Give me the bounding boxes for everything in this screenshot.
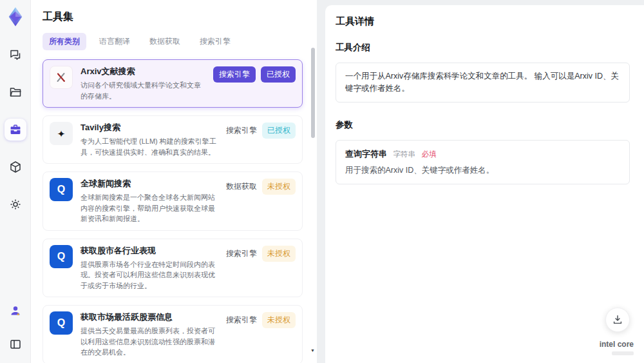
sidebar-item-toolbox[interactable] bbox=[5, 119, 26, 141]
category-tag[interactable]: 搜索引擎 bbox=[213, 66, 256, 83]
tool-card-global-news[interactable]: Q 全球新闻搜索 全球新闻搜索是一个聚合全球各大新闻网站内容的搜索引擎，帮助用户… bbox=[43, 172, 303, 231]
collapse-panel-icon[interactable] bbox=[5, 333, 26, 355]
tool-card-arxiv[interactable]: Arxiv文献搜索 访问各个研究领域大量科学论文和文章的存储库。 搜索引擎 已授… bbox=[43, 59, 303, 108]
tool-details-panel: 工具详情 工具介绍 一个用于从Arxiv存储库搜索科学论文和文章的工具。 输入可… bbox=[325, 5, 644, 363]
intel-core-logo: intel core bbox=[600, 338, 634, 355]
tool-cards: Arxiv文献搜索 访问各个研究领域大量科学论文和文章的存储库。 搜索引擎 已授… bbox=[43, 59, 317, 363]
param-required-flag: 必填 bbox=[421, 150, 436, 158]
page-title: 工具集 bbox=[43, 10, 317, 24]
icon-sidebar bbox=[0, 0, 31, 363]
tool-list-panel: 工具集 所有类别 语言翻译 数据获取 搜索引擎 Arxiv文献搜索 访问各个研究… bbox=[31, 0, 317, 363]
tool-card-active-stocks[interactable]: Q 获取市场最活跃股票信息 提供当天交易量最高的股票列表，投资者可以利用这些信息… bbox=[43, 305, 303, 363]
category-tag: 搜索引擎 bbox=[226, 123, 257, 139]
blue-q-logo-icon: Q bbox=[50, 178, 73, 201]
sidebar-item-files[interactable] bbox=[5, 81, 26, 103]
tool-card-sector-performance[interactable]: Q 获取股市各行业表现 提供股票市场各个行业在特定时间段内的表现。投资者可以利用… bbox=[43, 239, 303, 298]
category-tag: 数据获取 bbox=[226, 179, 257, 195]
tool-name: 获取市场最活跃股票信息 bbox=[80, 311, 218, 323]
folder-icon bbox=[9, 86, 22, 99]
tool-desc: 全球新闻搜索是一个聚合全球各大新闻网站内容的搜索引擎，帮助用户快速获取全球最新资… bbox=[80, 192, 218, 224]
tool-desc: 专为人工智能代理 (LLM) 构建的搜索引擎工具，可快速提供实时、准确和真实的结… bbox=[80, 136, 218, 157]
category-tag: 搜索引擎 bbox=[226, 312, 257, 328]
tab-translation[interactable]: 语言翻译 bbox=[93, 33, 137, 50]
params-heading: 参数 bbox=[336, 119, 630, 131]
sidebar-item-chat[interactable] bbox=[5, 44, 26, 66]
param-desc: 用于搜索的Arxiv ID、关键字或作者姓名。 bbox=[345, 164, 620, 177]
tab-search-engine[interactable]: 搜索引擎 bbox=[193, 33, 237, 50]
tool-desc: 提供当天交易量最高的股票列表，投资者可以利用这些信息来识别流动性强的股票和潜在的… bbox=[80, 326, 218, 358]
cube-icon bbox=[9, 161, 22, 173]
download-icon bbox=[612, 314, 623, 326]
tavily-star-icon: ✦ bbox=[50, 122, 73, 145]
sidebar-nav bbox=[5, 44, 26, 215]
category-tabs: 所有类别 语言翻译 数据获取 搜索引擎 bbox=[43, 33, 317, 50]
app-window: 工具集 所有类别 语言翻译 数据获取 搜索引擎 Arxiv文献搜索 访问各个研究… bbox=[0, 0, 644, 363]
scrollbar-thumb[interactable] bbox=[311, 48, 315, 138]
sidebar-bottom bbox=[5, 300, 26, 355]
app-logo-icon[interactable] bbox=[5, 6, 26, 27]
tool-desc: 访问各个研究领域大量科学论文和文章的存储库。 bbox=[80, 80, 205, 101]
download-button[interactable] bbox=[605, 308, 630, 332]
arxiv-logo-icon bbox=[50, 66, 73, 89]
tool-desc: 提供股票市场各个行业在特定时间段内的表现。投资者可以利用这些信息来识别表现优于或… bbox=[80, 259, 218, 291]
auth-status-badge: 未授权 bbox=[262, 246, 296, 262]
category-tag: 搜索引擎 bbox=[226, 246, 257, 262]
tab-data-fetch[interactable]: 数据获取 bbox=[143, 33, 187, 50]
tab-all-categories[interactable]: 所有类别 bbox=[43, 33, 86, 50]
details-wrap: 工具详情 工具介绍 一个用于从Arxiv存储库搜索科学论文和文章的工具。 输入可… bbox=[317, 0, 644, 363]
auth-status-badge: 已授权 bbox=[262, 123, 296, 139]
blue-q-logo-icon: Q bbox=[50, 245, 73, 268]
tool-name: Tavily搜索 bbox=[80, 122, 218, 133]
scrollbar-down-arrow[interactable]: ▼ bbox=[310, 348, 315, 353]
intro-heading: 工具介绍 bbox=[336, 42, 630, 54]
auth-status-badge: 未授权 bbox=[262, 179, 296, 195]
chat-icon bbox=[9, 48, 22, 61]
param-box: 查询字符串 字符串 必填 用于搜索的Arxiv ID、关键字或作者姓名。 bbox=[336, 140, 630, 185]
param-type: 字符串 bbox=[393, 150, 415, 158]
blue-q-logo-icon: Q bbox=[50, 311, 73, 335]
tool-name: Arxiv文献搜索 bbox=[80, 66, 205, 77]
tool-name: 获取股市各行业表现 bbox=[80, 245, 218, 257]
tool-card-tavily[interactable]: ✦ Tavily搜索 专为人工智能代理 (LLM) 构建的搜索引擎工具，可快速提… bbox=[43, 115, 303, 164]
sidebar-item-settings[interactable] bbox=[5, 193, 26, 215]
gear-icon bbox=[9, 198, 22, 211]
user-avatar-icon[interactable] bbox=[5, 300, 26, 322]
intro-box: 一个用于从Arxiv存储库搜索科学论文和文章的工具。 输入可以是Arxiv ID… bbox=[336, 63, 630, 103]
sidebar-item-packages[interactable] bbox=[5, 156, 26, 178]
list-scrollbar[interactable]: ▼ bbox=[310, 41, 316, 363]
brand-sub-bar bbox=[612, 351, 634, 355]
toolbox-icon bbox=[9, 123, 22, 136]
tool-name: 全球新闻搜索 bbox=[80, 178, 218, 190]
param-name: 查询字符串 bbox=[345, 149, 387, 159]
details-title: 工具详情 bbox=[336, 15, 630, 28]
auth-status-badge: 未授权 bbox=[262, 312, 296, 328]
auth-status-badge[interactable]: 已授权 bbox=[261, 66, 296, 83]
